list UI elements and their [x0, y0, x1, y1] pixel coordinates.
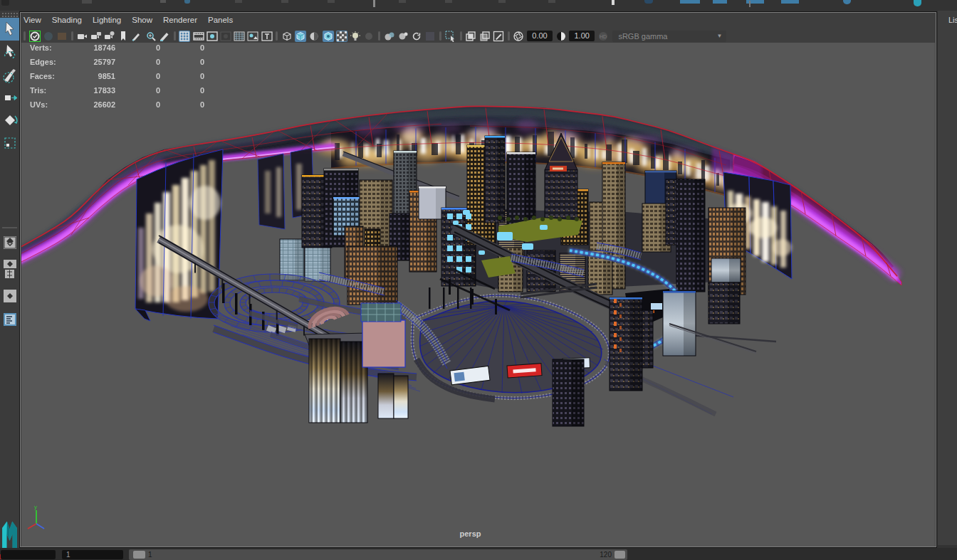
svg-text:y: y	[34, 504, 37, 510]
svg-text:HD: HD	[600, 34, 607, 39]
